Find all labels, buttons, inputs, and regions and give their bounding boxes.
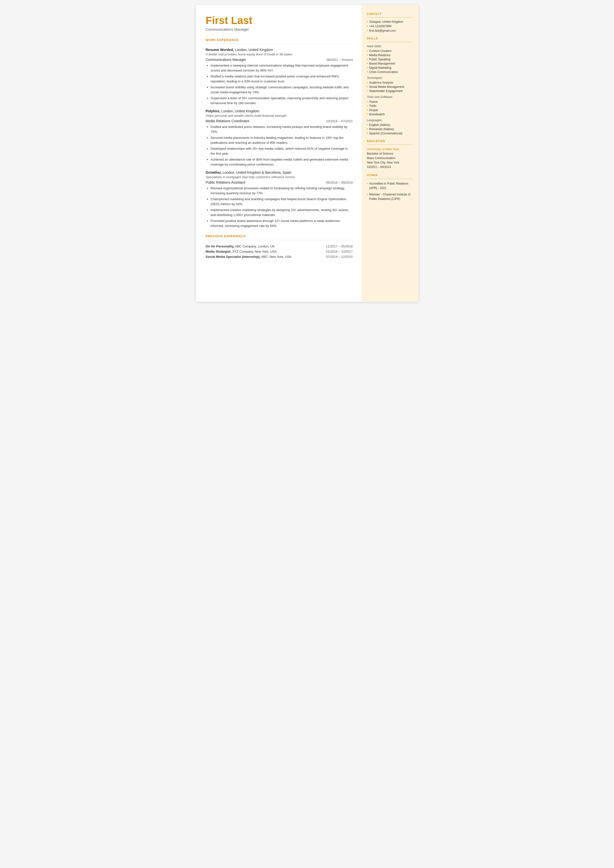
job-3-company: Growthsi, London, United Kingdom & Barce… bbox=[206, 170, 353, 175]
other-heading: OTHER bbox=[367, 174, 413, 177]
skill-item: Content Creation bbox=[367, 49, 413, 53]
education-location: New York City, New York bbox=[367, 160, 413, 165]
list-item: Promoted positive brand awareness throug… bbox=[211, 219, 353, 228]
table-row: Media Strategist, XYZ Company, New York,… bbox=[206, 249, 353, 254]
list-item: Drafted a media relations plan that incr… bbox=[211, 74, 353, 84]
job-3-tagline: Specializes in mortgages that help custo… bbox=[206, 175, 353, 179]
job-3-bullets: Revised organizational processes related… bbox=[206, 186, 353, 228]
prev-job-1-info: On Air Personality, ABC Company, London,… bbox=[206, 244, 318, 249]
skill-item: Asana bbox=[367, 100, 413, 103]
list-item: Implemented a sweeping internal communic… bbox=[211, 63, 353, 73]
list-item: Secured media placements in industry-lea… bbox=[211, 135, 353, 145]
list-item: Developed relationships with 20+ key med… bbox=[211, 146, 353, 156]
candidate-name: First Last bbox=[206, 15, 353, 26]
list-item: Drafted and distributed press releases, … bbox=[211, 124, 353, 134]
skill-item: Trello bbox=[367, 104, 413, 108]
list-item: Implemented creative marketing strategie… bbox=[211, 208, 353, 217]
list-item: Revised organizational processes related… bbox=[211, 186, 353, 196]
prev-job-3-rest: ABC, New York, USA bbox=[260, 255, 291, 259]
list-item: Achieved an attendance rate of 90% from … bbox=[211, 157, 353, 167]
skill-item: Public Speaking bbox=[367, 57, 413, 61]
job-2-title: Media Relations Coordinator bbox=[206, 119, 250, 123]
skill-item: Audience Analysis bbox=[367, 81, 413, 84]
job-1-company-location: London, United Kingdom bbox=[235, 48, 273, 52]
skills-heading: SKILLS bbox=[367, 37, 413, 40]
job-3-dates: 06/2018 – 09/2019 bbox=[326, 181, 353, 184]
skill-item: Brand Management bbox=[367, 62, 413, 65]
contact-phone: +44 1234567890 bbox=[367, 25, 413, 28]
job-1-company-name: Resume Worded, bbox=[206, 48, 234, 52]
job-3-row: Public Relations Assistant 06/2018 – 09/… bbox=[206, 180, 353, 184]
table-row: Social Media Specialist (Internship), AB… bbox=[206, 254, 353, 259]
candidate-title: Communications Manager bbox=[206, 27, 353, 31]
job-2-tagline: Helps personal and wealth clients build … bbox=[206, 114, 353, 118]
education-heading: EDUCATION bbox=[367, 140, 413, 143]
prev-job-2-rest: XYZ Company, New York, USA bbox=[231, 250, 277, 253]
education-degree: Bachelor of Science bbox=[367, 151, 413, 156]
other-item-1: Accredited in Public Relations (APR) - 2… bbox=[367, 182, 413, 190]
job-3-company-name: Growthsi, bbox=[206, 171, 222, 174]
other-divider bbox=[367, 179, 413, 179]
skill-item: Romanian (Native) bbox=[367, 127, 413, 131]
job-1-dates: 08/2021 – Present bbox=[326, 58, 353, 62]
job-1-title: Communications Manager bbox=[206, 57, 246, 62]
table-row: On Air Personality, ABC Company, London,… bbox=[206, 244, 353, 249]
list-item: Supervised a team of 50+ communication s… bbox=[211, 96, 353, 106]
right-column: CONTACT Glasgow, United Kingdom +44 1234… bbox=[361, 5, 419, 302]
skill-item: Stakeholder Engagement bbox=[367, 89, 413, 93]
education-divider bbox=[367, 144, 413, 145]
education-dates: 10/2011 - 06/2014 bbox=[367, 165, 413, 169]
techniques-label: Techniques: bbox=[367, 76, 413, 80]
contact-heading: CONTACT bbox=[367, 12, 413, 16]
skill-item: Drupal bbox=[367, 109, 413, 112]
job-3-company-location: London, United Kingdom & Barcelona, Spai… bbox=[223, 171, 291, 174]
prev-job-2-dates: 01/2016 – 10/2017 bbox=[318, 249, 353, 254]
resume-container: First Last Communications Manager WORK E… bbox=[196, 5, 419, 302]
list-item: Increased brand visibility using strateg… bbox=[211, 85, 353, 95]
job-1-company: Resume Worded, London, United Kingdom bbox=[206, 48, 353, 52]
tools-label: Tools and Software: bbox=[367, 95, 413, 99]
job-3-title: Public Relations Assistant bbox=[206, 180, 245, 184]
job-2-row: Media Relations Coordinator 10/2019 – 07… bbox=[206, 119, 353, 123]
previous-experience-heading: PREVIOUS EXPERIENCE bbox=[206, 234, 353, 238]
skill-item: Crisis Communication bbox=[367, 70, 413, 74]
left-column: First Last Communications Manager WORK E… bbox=[196, 5, 361, 302]
education-school: University of New York bbox=[367, 147, 413, 151]
job-1-row: Communications Manager 08/2021 – Present bbox=[206, 57, 353, 62]
skill-item: Spanish (Conversational) bbox=[367, 132, 413, 135]
education-field: Mass Communication bbox=[367, 156, 413, 160]
job-2-company-name: Polyhire, bbox=[206, 109, 220, 113]
skill-item: Social Media Management bbox=[367, 85, 413, 89]
skill-item: Brandwatch bbox=[367, 113, 413, 116]
prev-job-3-title: Social Media Specialist (Internship), bbox=[206, 255, 260, 259]
job-2-bullets: Drafted and distributed press releases, … bbox=[206, 124, 353, 167]
prev-job-1-dates: 11/2017 – 05/2018 bbox=[318, 244, 353, 249]
hard-skills-label: Hard Skills: bbox=[367, 45, 413, 48]
other-item-2: Member - Chartered Institute of Public R… bbox=[367, 192, 413, 201]
prev-job-3-info: Social Media Specialist (Internship), AB… bbox=[206, 254, 318, 259]
prev-job-2-info: Media Strategist, XYZ Company, New York,… bbox=[206, 249, 318, 254]
skill-item: Digital Marketing bbox=[367, 66, 413, 70]
skill-item: English (Native) bbox=[367, 123, 413, 127]
list-item: Championed marketing and branding campai… bbox=[211, 197, 353, 207]
work-experience-heading: WORK EXPERIENCE bbox=[206, 38, 353, 42]
prev-job-1-rest: ABC Company, London, UK bbox=[234, 244, 275, 248]
contact-address: Glasgow, United Kingdom bbox=[367, 20, 413, 23]
prev-job-3-dates: 07/2014 – 12/2015 bbox=[318, 254, 353, 259]
job-2-dates: 10/2019 – 07/2021 bbox=[326, 119, 353, 123]
skill-item: Media Relations bbox=[367, 53, 413, 57]
job-2-company: Polyhire, London, United Kingdom bbox=[206, 109, 353, 113]
prev-job-2-title: Media Strategist, bbox=[206, 250, 231, 253]
job-2-company-location: London, United Kingdom bbox=[221, 109, 259, 113]
job-1-bullets: Implemented a sweeping internal communic… bbox=[206, 63, 353, 106]
prev-job-1-title: On Air Personality, bbox=[206, 244, 234, 248]
contact-email: first.last@gmail.com bbox=[367, 29, 413, 33]
job-1-tagline: A lender that provides home equity lines… bbox=[206, 53, 353, 56]
languages-label: Languages: bbox=[367, 118, 413, 122]
previous-experience-table: On Air Personality, ABC Company, London,… bbox=[206, 244, 353, 259]
